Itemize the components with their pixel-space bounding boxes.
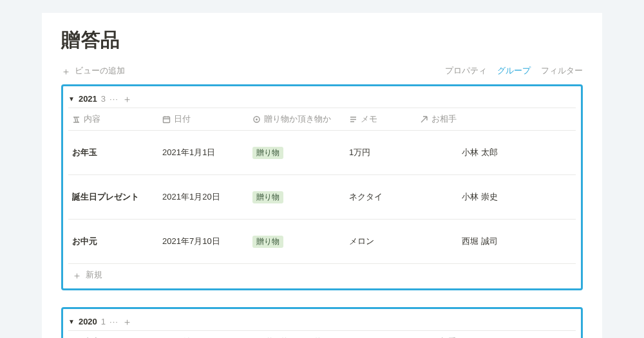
col-content[interactable]: 内容 [68,331,158,338]
cell-person: 小林 太郎 [416,131,526,174]
table-header: 内容日付贈り物か頂き物かメモお相手 [68,108,576,130]
add-view-label: ビューの追加 [75,65,125,77]
svg-point-2 [256,118,258,120]
col-content[interactable]: 内容 [68,108,158,130]
col-memo[interactable]: メモ [345,108,416,130]
cell-memo: 1万円 [345,142,416,164]
col-type[interactable]: 贈り物か頂き物か [249,108,345,130]
group-add-button[interactable]: ＋ [122,94,132,104]
cell-type: 贈り物 [249,230,345,253]
cell-content: 誕生日プレゼント [68,186,158,208]
group-more-button[interactable]: ··· [109,317,118,326]
cell-date: 2021年1月20日 [158,186,249,208]
calendar-icon [162,115,171,124]
page-icon [420,136,459,169]
cell-date: 2021年7月10日 [158,230,249,252]
property-button[interactable]: プロパティ [445,65,487,77]
group-count: 3 [101,94,106,104]
collapse-toggle[interactable]: ▼ [68,95,75,102]
col-date[interactable]: 日付 [158,108,249,130]
relation-icon [420,115,428,124]
page-title: 贈答品 [61,27,583,53]
page-container: 贈答品 ＋ ビューの追加 プロパティ グループ フィルター ▼20213···＋… [42,13,602,338]
type-tag: 贈り物 [252,191,283,203]
cell-memo: ネクタイ [345,186,416,208]
group-title[interactable]: 2021 [79,94,97,104]
table-row[interactable]: お年玉2021年1月1日贈り物1万円小林 太郎 [68,130,576,174]
cell-type: 贈り物 [249,186,345,209]
group-button[interactable]: グループ [497,65,531,77]
cell-person: 小林 崇史 [416,175,526,219]
new-row-button[interactable]: ＋新規 [68,263,576,286]
table-row[interactable]: 誕生日プレゼント2021年1月20日贈り物ネクタイ小林 崇史 [68,174,576,219]
table-row[interactable]: お中元2021年7月10日贈り物メロン西堀 誠司 [68,219,576,263]
cell-content: お年玉 [68,142,158,164]
plus-icon: ＋ [72,270,82,280]
group-box: ▼20213···＋内容日付贈り物か頂き物かメモお相手お年玉2021年1月1日贈… [61,84,583,290]
groups-container: ▼20213···＋内容日付贈り物か頂き物かメモお相手お年玉2021年1月1日贈… [61,84,583,338]
toolbar-right: プロパティ グループ フィルター [445,65,583,77]
filter-button[interactable]: フィルター [541,65,583,77]
group-header: ▼20213···＋ [68,89,576,108]
cell-memo: メロン [345,230,416,252]
col-memo[interactable]: メモ [345,331,416,338]
table-header: 内容日付贈り物か頂き物かメモお相手 [68,330,576,338]
select-icon [252,115,261,124]
group-title[interactable]: 2020 [79,317,97,326]
add-view-button[interactable]: ＋ ビューの追加 [61,65,125,77]
svg-rect-0 [164,117,170,122]
type-tag: 贈り物 [252,236,283,248]
page-icon [420,225,459,258]
text-icon [72,115,80,124]
cell-type: 贈り物 [249,142,345,164]
group-box: ▼20201···＋内容日付贈り物か頂き物かメモお相手お歳暮2020年12月20… [61,307,583,338]
col-person[interactable]: お相手 [416,331,526,338]
col-person[interactable]: お相手 [416,108,526,130]
group-more-button[interactable]: ··· [109,94,118,104]
view-toolbar: ＋ ビューの追加 プロパティ グループ フィルター [61,65,583,77]
collapse-toggle[interactable]: ▼ [68,318,75,325]
cell-content: お中元 [68,230,158,252]
group-header: ▼20201···＋ [68,312,576,330]
plus-icon: ＋ [61,66,71,76]
col-type[interactable]: 贈り物か頂き物か [249,331,345,338]
type-tag: 贈り物 [252,147,283,159]
group-count: 1 [101,317,106,326]
cell-person: 西堀 誠司 [416,220,526,263]
page-icon [420,180,459,214]
cell-date: 2021年1月1日 [158,142,249,164]
col-date[interactable]: 日付 [158,331,249,338]
memo-icon [349,115,357,124]
group-add-button[interactable]: ＋ [122,317,132,326]
